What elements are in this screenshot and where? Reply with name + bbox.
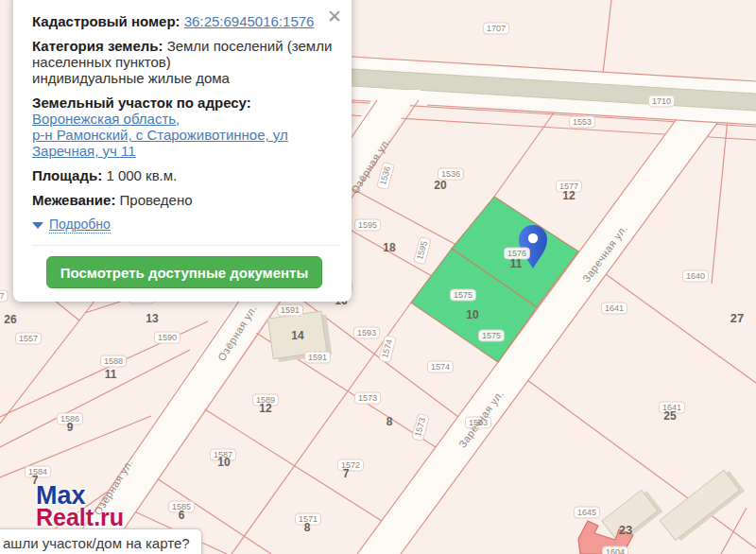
parcel-pill-1574-rot: 1574 <box>378 335 397 363</box>
cadastral-label: Кадастровый номер: <box>32 13 180 29</box>
parcel-number-8b: 8 <box>304 521 311 534</box>
street-label-ozyornaya-2: Озёрная ул. <box>215 303 259 362</box>
parcel-number-20: 20 <box>434 179 446 192</box>
parcel-pill-1572: 1572 <box>337 459 364 472</box>
parcel-number-11: 11 <box>510 257 523 270</box>
parcel-pill-1575: 1575 <box>450 289 476 302</box>
parcel-pill-1590-2: 1590 <box>154 332 180 344</box>
parcel-pill-1591-2: 1591 <box>304 352 331 364</box>
card-divider <box>32 245 340 246</box>
cadastral-number-link[interactable]: 36:25:6945016:1576 <box>184 13 315 29</box>
parcel-pill-1557: 1557 <box>15 333 42 345</box>
parcel-pill-1573-rot: 1573 <box>411 413 430 441</box>
parcel-pill-1574: 1574 <box>427 361 454 373</box>
parcel-number-23: 23 <box>619 523 632 537</box>
parcel-pill-1640: 1640 <box>682 270 709 283</box>
survey-row: Межевание: Проведено <box>32 192 336 208</box>
parcel-number-27: 27 <box>730 311 744 325</box>
parcel-pill-edge-7: 7 <box>0 290 9 303</box>
area-row: Площадь: 1 000 кв.м. <box>32 167 336 183</box>
category-label: Категория земель: <box>32 38 163 54</box>
parcel-pill-1588: 1588 <box>100 355 127 368</box>
parcel-number-18: 18 <box>383 241 395 254</box>
parcel-number-13: 13 <box>146 312 158 325</box>
parcel-pill-1710: 1710 <box>648 95 675 108</box>
parcel-info-card: ✕ Кадастровый номер: 36:25:6945016:1576 … <box>13 0 352 302</box>
view-documents-button[interactable]: Посмотреть доступные документы <box>46 256 322 288</box>
survey-value: Проведено <box>120 192 193 208</box>
parcel-number-9: 9 <box>67 421 74 434</box>
parcel-pill-1536-rot: 1536 <box>376 162 395 190</box>
parcel-pill-1573: 1573 <box>354 392 381 405</box>
parcel-number-10b: 10 <box>217 456 230 469</box>
parcel-pill-1591: 1591 <box>277 304 303 317</box>
street-label-zarechnaya-1: Заречная ул. <box>580 222 629 285</box>
details-link[interactable]: Подробно <box>49 216 111 234</box>
parcel-pill-1595: 1595 <box>354 219 381 232</box>
area-label: Площадь: <box>32 167 102 183</box>
parcel-pill-1645: 1645 <box>574 507 600 519</box>
street-label-zarechnaya-2: Заречная ул. <box>456 388 506 450</box>
parcel-number-26: 26 <box>4 313 16 326</box>
parcel-pill-1595-rot: 1595 <box>413 236 432 265</box>
parcel-number-8: 8 <box>387 415 393 428</box>
tooltip-text: ашли участок/дом на карте? <box>3 535 190 551</box>
map-prompt-tooltip: ашли участок/дом на карте? <box>0 528 202 554</box>
logo-line2: Realt.ru <box>36 507 124 528</box>
category-row: Категория земель: Земли поселений (земли… <box>32 38 336 86</box>
details-row: Подробно <box>32 216 336 234</box>
parcel-pill-1575-2: 1575 <box>478 330 505 342</box>
address-label: Земельный участок по адресу: <box>32 95 251 111</box>
parcel-number-6: 6 <box>179 509 185 522</box>
parcel-number-14: 14 <box>291 329 303 342</box>
parcel-pill-1604: 1604 <box>602 546 628 554</box>
parcel-number-25: 25 <box>663 409 676 423</box>
maxrealt-logo: Max Realt.ru <box>36 484 124 528</box>
address-row: Земельный участок по адресу: Воронежская… <box>32 95 336 159</box>
survey-label: Межевание: <box>32 192 115 208</box>
chevron-down-icon <box>32 222 43 229</box>
parcel-pill-1641: 1641 <box>601 303 627 315</box>
address-link[interactable]: Воронежская область, р-н Рамонский, с Ст… <box>32 111 288 159</box>
close-icon[interactable]: ✕ <box>327 9 342 25</box>
parcel-pill-1707: 1707 <box>483 23 509 35</box>
screenshot-root: 1707 1710 1553 1536 1536 1577 1595 1595 … <box>0 0 756 554</box>
parcel-number-11b: 11 <box>105 368 117 381</box>
parcel-number-7b: 7 <box>343 467 350 480</box>
parcel-pill-1553: 1553 <box>569 116 595 129</box>
area-value: 1 000 кв.м. <box>106 167 177 183</box>
parcel-number-12: 12 <box>562 189 575 202</box>
parcel-pill-1593-2: 1593 <box>353 327 380 339</box>
parcel-number-12b: 12 <box>259 402 271 415</box>
cadastral-row: Кадастровый номер: 36:25:6945016:1576 <box>32 13 336 29</box>
parcel-number-10: 10 <box>466 308 478 321</box>
